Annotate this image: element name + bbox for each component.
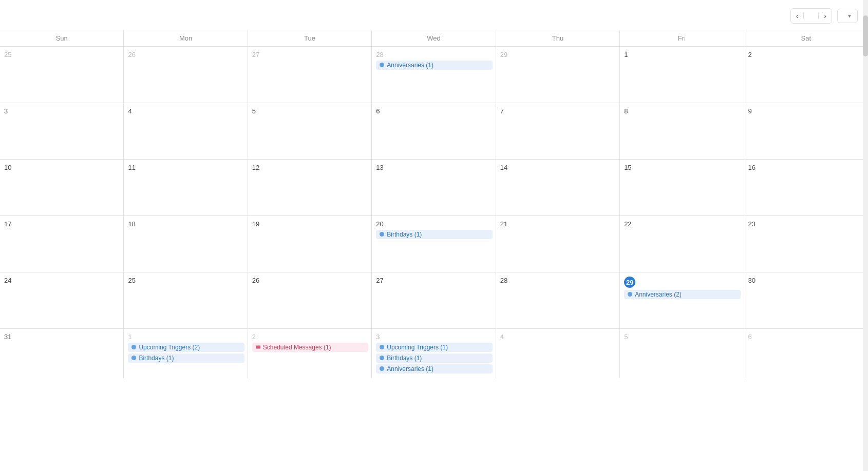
day-cell[interactable]: 14 bbox=[496, 160, 620, 215]
day-number: 31 bbox=[4, 333, 120, 341]
chevron-right-icon: › bbox=[824, 12, 826, 20]
day-number: 20 bbox=[376, 220, 492, 228]
day-cell[interactable]: 8 bbox=[620, 103, 744, 159]
day-cell[interactable]: 3 bbox=[0, 103, 124, 159]
event-label: Birthdays (1) bbox=[387, 355, 422, 362]
event-chip[interactable]: Anniversaries (1) bbox=[376, 61, 492, 70]
event-icon bbox=[131, 355, 137, 362]
event-chip[interactable]: Anniversaries (1) bbox=[376, 364, 492, 374]
event-chip[interactable]: Scheduled Messages (1) bbox=[252, 343, 368, 352]
day-cell[interactable]: 29 bbox=[496, 47, 620, 103]
prev-month-button[interactable]: ‹ bbox=[791, 9, 804, 23]
day-number: 7 bbox=[500, 107, 616, 115]
day-number: 12 bbox=[252, 164, 368, 171]
day-cell[interactable]: 2Scheduled Messages (1) bbox=[248, 329, 372, 378]
day-number: 16 bbox=[748, 164, 865, 171]
week-row: 10111213141516 bbox=[0, 160, 868, 216]
day-cell[interactable]: 11 bbox=[124, 160, 248, 215]
day-cell[interactable]: 26 bbox=[248, 272, 372, 328]
event-chip[interactable]: Upcoming Triggers (1) bbox=[376, 343, 492, 352]
day-cell[interactable]: 28 bbox=[496, 272, 620, 328]
day-number: 28 bbox=[500, 277, 616, 284]
day-number: 10 bbox=[4, 164, 120, 171]
day-cell[interactable]: 7 bbox=[496, 103, 620, 159]
day-number: 17 bbox=[4, 220, 120, 228]
day-number: 29 bbox=[624, 277, 635, 288]
day-cell[interactable]: 17 bbox=[0, 216, 124, 272]
day-cell[interactable]: 25 bbox=[124, 272, 248, 328]
day-cell[interactable]: 5 bbox=[620, 329, 744, 378]
event-chip[interactable]: Upcoming Triggers (2) bbox=[128, 343, 244, 352]
event-chip[interactable]: Birthdays (1) bbox=[376, 354, 492, 363]
event-icon bbox=[379, 355, 385, 362]
event-chip[interactable]: Birthdays (1) bbox=[128, 354, 244, 363]
day-headers: SunMonTueWedThuFriSat bbox=[0, 30, 868, 47]
day-cell[interactable]: 24 bbox=[0, 272, 124, 328]
today-button[interactable] bbox=[803, 13, 819, 19]
day-number: 11 bbox=[128, 164, 244, 171]
day-number: 3 bbox=[4, 107, 120, 115]
calendar-grid: SunMonTueWedThuFriSat 25262728Anniversar… bbox=[0, 30, 868, 378]
day-cell[interactable]: 10 bbox=[0, 160, 124, 215]
day-cell[interactable]: 18 bbox=[124, 216, 248, 272]
day-cell[interactable]: 28Anniversaries (1) bbox=[372, 47, 496, 103]
day-cell[interactable]: 6 bbox=[744, 329, 868, 378]
scrollbar-track[interactable] bbox=[863, 0, 868, 378]
day-number: 4 bbox=[500, 333, 616, 341]
day-number: 5 bbox=[624, 333, 740, 341]
day-cell[interactable]: 6 bbox=[372, 103, 496, 159]
day-cell[interactable]: 4 bbox=[496, 329, 620, 378]
event-label: Anniversaries (2) bbox=[635, 291, 682, 298]
event-chip[interactable]: Anniversaries (2) bbox=[624, 290, 740, 299]
day-cell[interactable]: 20Birthdays (1) bbox=[372, 216, 496, 272]
day-number: 26 bbox=[252, 277, 368, 284]
day-cell[interactable]: 29Anniversaries (2) bbox=[620, 272, 744, 328]
scrollbar-thumb[interactable] bbox=[863, 15, 868, 56]
day-cell[interactable]: 2 bbox=[744, 47, 868, 103]
day-header-sat: Sat bbox=[744, 30, 868, 46]
day-header-fri: Fri bbox=[620, 30, 744, 46]
filter-dropdown[interactable]: ▾ bbox=[837, 9, 858, 23]
day-cell[interactable]: 27 bbox=[372, 272, 496, 328]
day-cell[interactable]: 22 bbox=[620, 216, 744, 272]
day-cell[interactable]: 30 bbox=[744, 272, 868, 328]
svg-point-1 bbox=[380, 232, 384, 237]
event-icon bbox=[131, 344, 137, 351]
day-cell[interactable]: 25 bbox=[0, 47, 124, 103]
event-icon bbox=[255, 344, 261, 351]
day-cell[interactable]: 15 bbox=[620, 160, 744, 215]
svg-rect-5 bbox=[256, 345, 260, 348]
svg-point-6 bbox=[380, 345, 384, 349]
day-cell[interactable]: 19 bbox=[248, 216, 372, 272]
svg-point-2 bbox=[628, 292, 632, 297]
day-cell[interactable]: 31 bbox=[0, 329, 124, 378]
chevron-down-icon: ▾ bbox=[848, 12, 851, 19]
day-number: 13 bbox=[376, 164, 492, 171]
event-label: Anniversaries (1) bbox=[387, 62, 433, 69]
svg-point-7 bbox=[380, 356, 384, 360]
day-cell[interactable]: 23 bbox=[744, 216, 868, 272]
svg-point-0 bbox=[380, 63, 384, 67]
day-cell[interactable]: 1Upcoming Triggers (2)Birthdays (1) bbox=[124, 329, 248, 378]
chevron-left-icon: ‹ bbox=[796, 12, 799, 20]
day-cell[interactable]: 1 bbox=[620, 47, 744, 103]
event-icon bbox=[627, 291, 633, 298]
day-number: 9 bbox=[748, 107, 865, 115]
day-cell[interactable]: 3Upcoming Triggers (1)Birthdays (1)Anniv… bbox=[372, 329, 496, 378]
day-cell[interactable]: 5 bbox=[248, 103, 372, 159]
svg-point-3 bbox=[131, 345, 136, 349]
day-number: 28 bbox=[376, 51, 492, 58]
event-label: Anniversaries (1) bbox=[387, 365, 433, 372]
event-chip[interactable]: Birthdays (1) bbox=[376, 230, 492, 239]
day-number: 25 bbox=[4, 51, 120, 58]
day-cell[interactable]: 4 bbox=[124, 103, 248, 159]
day-cell[interactable]: 12 bbox=[248, 160, 372, 215]
day-cell[interactable]: 26 bbox=[124, 47, 248, 103]
day-number: 21 bbox=[500, 220, 616, 228]
day-cell[interactable]: 16 bbox=[744, 160, 868, 215]
next-month-button[interactable]: › bbox=[819, 9, 832, 23]
day-cell[interactable]: 9 bbox=[744, 103, 868, 159]
day-cell[interactable]: 13 bbox=[372, 160, 496, 215]
day-cell[interactable]: 27 bbox=[248, 47, 372, 103]
day-cell[interactable]: 21 bbox=[496, 216, 620, 272]
